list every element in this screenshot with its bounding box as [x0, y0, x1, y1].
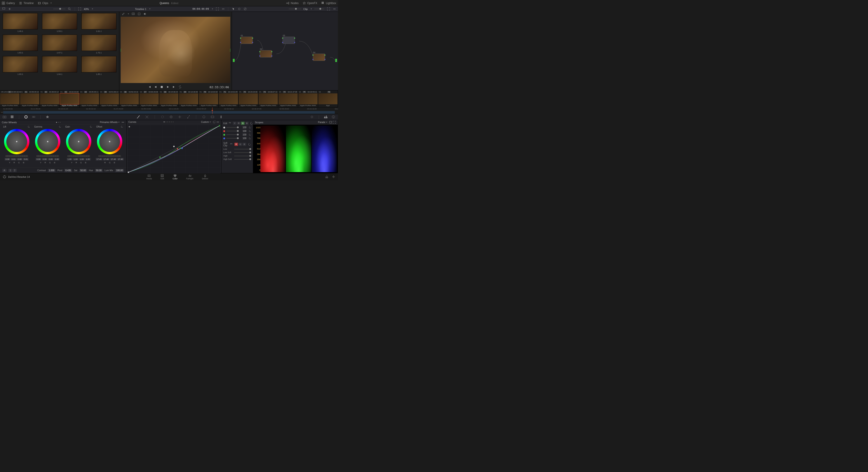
- more-curves-icon[interactable]: [216, 120, 219, 124]
- wheel-value[interactable]: 0.00: [4, 158, 10, 160]
- sat-value[interactable]: 50.00: [79, 169, 87, 172]
- audio-icon[interactable]: [143, 12, 147, 16]
- timeline-tab[interactable]: Timeline: [19, 2, 34, 5]
- node-02[interactable]: 02: [260, 50, 272, 57]
- node-zoom-slider[interactable]: [289, 8, 301, 9]
- node-input[interactable]: [233, 59, 235, 62]
- sizing-icon[interactable]: [219, 115, 223, 119]
- wheel-value[interactable]: 0.01: [11, 158, 17, 160]
- contrast-value[interactable]: 1.000: [48, 169, 56, 172]
- gallery-still[interactable]: 1.72.1: [80, 35, 117, 54]
- wheel-value[interactable]: 0.00: [48, 158, 54, 160]
- channel-B[interactable]: B: [245, 122, 249, 125]
- nodes-panel[interactable]: 01020304: [232, 12, 338, 90]
- search-icon[interactable]: [68, 7, 71, 11]
- viewer-zoom[interactable]: 43%: [84, 8, 89, 10]
- blur-icon[interactable]: [202, 115, 206, 119]
- wheel-value[interactable]: 0.00: [54, 158, 60, 160]
- wheel-value[interactable]: 0.00: [41, 158, 48, 160]
- mini-timeline[interactable]: 01:00:00:0001:11:50:2001:23:41:1501:35:3…: [0, 108, 338, 114]
- play-button[interactable]: [166, 86, 169, 89]
- wheels-icon[interactable]: [24, 115, 28, 119]
- tab-media[interactable]: Media: [147, 174, 152, 180]
- more-icon[interactable]: [221, 7, 225, 11]
- curves-graph[interactable]: [127, 125, 220, 173]
- gallery-still[interactable]: 1.49.1: [2, 13, 39, 32]
- first-frame-button[interactable]: [148, 86, 151, 89]
- expand-icon[interactable]: [121, 121, 125, 124]
- reset-edit-icon[interactable]: [250, 121, 253, 125]
- reset-icon[interactable]: [249, 137, 251, 140]
- clip-thumbnail[interactable]: V16404:05:29:11Apple ProRes 4444: [80, 90, 99, 107]
- wheel-value[interactable]: 0.00: [17, 158, 23, 160]
- wheels-mode[interactable]: Primaries Wheels: [100, 121, 118, 123]
- wheel-value[interactable]: 0.01: [23, 158, 29, 160]
- window-icon[interactable]: [169, 115, 173, 119]
- reset-icon[interactable]: [59, 125, 61, 128]
- low-slider[interactable]: [234, 149, 251, 149]
- link-icon[interactable]: [228, 121, 231, 125]
- clip-thumbnail[interactable]: V17304:08:07:10Apple ProRes 4444: [258, 90, 278, 107]
- wheel-value[interactable]: 1.00: [67, 158, 72, 160]
- qualifier-icon[interactable]: [161, 115, 164, 119]
- gallery-still[interactable]: 1.85.1: [80, 56, 117, 75]
- color-match-icon[interactable]: [10, 115, 14, 119]
- tab-fairlight[interactable]: Fairlight: [186, 174, 193, 180]
- camera-raw-icon[interactable]: [3, 115, 6, 119]
- record-timecode[interactable]: 04:04:44:09: [192, 7, 209, 10]
- pointer-icon[interactable]: [231, 7, 235, 11]
- clip-thumbnail[interactable]: :45:12V16003:39:18:01Apple ProRes 4444: [0, 90, 20, 107]
- reset-icon[interactable]: [249, 126, 251, 129]
- clip-thumbnail[interactable]: V16904:16:36:00Apple ProRes 4444: [179, 90, 199, 107]
- channel-G[interactable]: G: [241, 122, 245, 125]
- clip-thumbnail[interactable]: V16304:04:44:09Apple ProRes 4444: [60, 90, 80, 107]
- channel-R[interactable]: R: [237, 122, 241, 125]
- stop-button[interactable]: [160, 86, 163, 89]
- wheel-value[interactable]: 0.00: [35, 158, 41, 160]
- color-wheel[interactable]: [66, 129, 91, 154]
- node-01[interactable]: 01: [241, 37, 253, 44]
- node-select-icon[interactable]: [237, 7, 241, 11]
- wheel-value[interactable]: 1.00: [85, 158, 91, 160]
- nodes-tab[interactable]: Nodes: [286, 2, 299, 5]
- last-frame-button[interactable]: [173, 86, 176, 89]
- curves-dots[interactable]: [164, 121, 174, 122]
- key-icon[interactable]: [211, 115, 214, 119]
- jog-wheel[interactable]: [67, 155, 90, 157]
- highsoft-slider[interactable]: [234, 159, 251, 160]
- reset-icon[interactable]: [90, 125, 92, 128]
- intensity-value[interactable]: 100: [240, 137, 246, 140]
- sc-channel-B[interactable]: B: [243, 143, 246, 146]
- clip-thumbnail[interactable]: V16203:48:03:12Apple ProRes 4444: [40, 90, 60, 107]
- viewer-image[interactable]: [121, 17, 230, 83]
- lummix-value[interactable]: 100.00: [115, 169, 124, 172]
- info-icon[interactable]: [332, 115, 335, 119]
- pivot-value[interactable]: 0.435: [64, 169, 72, 172]
- more-nodes-icon[interactable]: [333, 7, 336, 11]
- play-reverse-button[interactable]: [154, 86, 157, 89]
- scopes-mode[interactable]: Parade: [318, 121, 325, 123]
- gallery-still[interactable]: 1.63.1: [2, 35, 39, 54]
- disable-icon[interactable]: [243, 7, 247, 11]
- timeline-track[interactable]: [3, 111, 335, 114]
- grab-still-icon[interactable]: [8, 7, 11, 11]
- loop-button[interactable]: [179, 86, 182, 89]
- expand-nodes-icon[interactable]: [327, 7, 330, 11]
- clip-thumbnail[interactable]: V17404:21:37:09Apple ProRes 4444: [278, 90, 298, 107]
- gallery-tab[interactable]: Gallery: [2, 2, 15, 5]
- reset-sc-icon[interactable]: [248, 143, 251, 146]
- curves-mode[interactable]: Custom: [201, 121, 209, 123]
- gallery-still[interactable]: 1.83.1: [2, 56, 39, 75]
- intensity-slider[interactable]: [226, 127, 239, 128]
- a-button[interactable]: A: [2, 169, 6, 172]
- clip-thumbnail[interactable]: V17204:20:24:06Apple ProRes 4444: [239, 90, 258, 107]
- picker-icon[interactable]: [121, 12, 125, 16]
- channel-Y[interactable]: Y: [233, 122, 237, 125]
- intensity-slider[interactable]: [226, 138, 239, 139]
- hue-value[interactable]: 50.00: [95, 169, 103, 172]
- fit-icon[interactable]: [78, 7, 82, 11]
- intensity-value[interactable]: 100: [240, 126, 246, 129]
- page-1[interactable]: 1: [8, 169, 12, 172]
- sc-channel-G[interactable]: G: [239, 143, 242, 146]
- gallery-still[interactable]: 1.84.1: [41, 56, 78, 75]
